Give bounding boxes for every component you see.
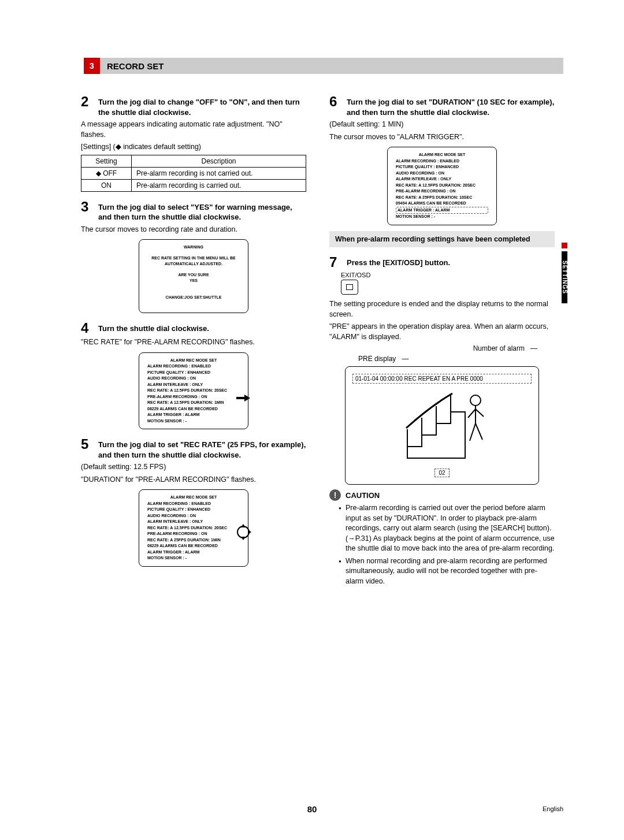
osd-line: REC RATE: A 12.5FPS DURATION: 1MIN (147, 400, 240, 406)
osd-line: MOTION SENSOR : - (147, 418, 240, 425)
osd-line: ALARM TRIGGER : ALARM (147, 412, 240, 418)
osd-line: 08229 ALARMS CAN BE RECORDED (147, 406, 240, 412)
osd-line: REC RATE: A 25FPS DURATION: 1MIN (147, 537, 240, 544)
step-6-body: The cursor moves to "ALARM TRIGGER". (329, 132, 555, 143)
osd-line: ALARM RECORDING : ENABLED (147, 363, 240, 370)
osd-line: ALARM REC MODE SET (396, 152, 488, 158)
svg-point-0 (237, 526, 249, 538)
section-number: 3 (84, 58, 100, 74)
step-4: 4 Turn the shuttle dial clockwise. (81, 321, 306, 335)
osd-line: PICTURE QUALITY : ENHANCED (147, 507, 240, 513)
step-2: 2 Turn the jog dial to change "OFF" to "… (81, 95, 306, 117)
page-number: 80 (0, 804, 624, 814)
osd-line: REC RATE: A 12.5FPS DURATION: 20SEC (147, 388, 240, 394)
table-header-setting: Setting (81, 155, 132, 167)
alarm-count: 02 (434, 469, 449, 477)
number-of-alarm-label: Number of alarm (473, 344, 525, 352)
step-title: Turn the jog dial to set "DURATION" (10 … (347, 95, 555, 117)
step-2-body: A message appears indicating automatic r… (81, 120, 306, 140)
osd-line: MOTION SENSOR : - (396, 214, 488, 220)
step-6: 6 Turn the jog dial to set "DURATION" (1… (329, 95, 555, 117)
caution-item: Pre-alarm recording is carried out over … (339, 503, 555, 554)
osd-line: ALARM RECORDING : ENABLED (396, 158, 488, 165)
step-3: 3 Turn the jog dial to select "YES" for … (81, 200, 306, 222)
step-number: 6 (329, 95, 341, 117)
step-6-default: (Default setting: 1 MIN) (329, 120, 555, 130)
step-7-body-2: "PRE" appears in the operation display a… (329, 322, 555, 342)
osd-line: REC RATE SETTING IN THE MENU WILL BE (147, 255, 240, 262)
osd-line: CHANGE:JOG SET:SHUTTLE (147, 295, 240, 301)
table-cell: Pre-alarm recording is not carried out. (132, 167, 306, 179)
osd-line: ALARM REC MODE SET (147, 495, 240, 501)
osd-line: MOTION SENSOR : - (147, 555, 240, 562)
osd-line: PICTURE QUALITY : ENHANCED (396, 164, 488, 170)
section-title: RECORD SET (107, 61, 164, 71)
osd-line: AUTOMATICALLY ADJUSTED. (147, 261, 240, 267)
exit-osd-label: EXIT/OSD (341, 272, 555, 278)
step-5-body: "DURATION" for "PRE-ALARM RECORDING" fla… (81, 475, 306, 485)
language-label: English (543, 805, 563, 812)
step-number: 2 (81, 95, 92, 117)
exit-osd-button-icon (341, 280, 358, 295)
osd-line: REC RATE: A 12.5FPS DURATION: 20SEC (396, 183, 488, 189)
monitor-labels: Number of alarm — (329, 344, 555, 352)
step-7: 7 Press the [EXIT/OSD] button. (329, 255, 555, 269)
caution-list: Pre-alarm recording is carried out over … (329, 503, 555, 586)
osd-line: WARNING (147, 244, 240, 251)
osd-line: AUDIO RECORDING : ON (147, 376, 240, 382)
svg-point-5 (470, 395, 481, 406)
osd-line: ALARM REC MODE SET (147, 358, 240, 364)
osd-alarm-box: ALARM REC MODE SET ALARM RECORDING : ENA… (139, 489, 248, 567)
caution-heading: ! CAUTION (329, 489, 555, 501)
step-5: 5 Turn the jog dial to set "REC RATE" (2… (81, 437, 306, 460)
step-title: Turn the shuttle dial clockwise. (98, 321, 209, 335)
step-number: 7 (329, 255, 341, 269)
table-cell: Pre-alarm recording is carried out. (132, 179, 306, 191)
osd-line: ALARM INTERLEAVE : ONLY (396, 176, 488, 183)
osd-line: ARE YOU SURE (147, 272, 240, 278)
step-number: 3 (81, 200, 92, 222)
osd-warning-box: WARNING REC RATE SETTING IN THE MENU WIL… (139, 239, 248, 313)
settings-table: Setting Description ◆ OFF Pre-alarm reco… (81, 155, 306, 192)
caution-item: When normal recording and pre-alarm reco… (339, 556, 555, 587)
pre-display-label: PRE display (358, 355, 396, 363)
osd-line: PICTURE QUALITY : ENHANCED (147, 370, 240, 376)
step-title: Press the [EXIT/OSD] button. (347, 255, 450, 269)
section-header: 3 RECORD SET (84, 58, 563, 74)
step-3-body: The cursor moves to recording rate and d… (81, 225, 306, 235)
step-number: 5 (81, 437, 92, 460)
hand-pointer-icon (235, 390, 251, 404)
table-cell: ◆ OFF (81, 167, 132, 179)
osd-line: ALARM TRIGGER : ALARM (147, 549, 240, 556)
osd-alarm-box: ALARM REC MODE SET ALARM RECORDING : ENA… (387, 147, 497, 225)
osd-line: 09494 ALARMS CAN BE RECORDED (396, 200, 488, 207)
osd-line: PRE-ALARM RECORDING : ON (396, 188, 488, 195)
osd-line: ALARM INTERLEAVE : ONLY (147, 519, 240, 525)
osd-line: 08229 ALARMS CAN BE RECORDED (147, 543, 240, 549)
step-number: 4 (81, 321, 92, 335)
step-title: Turn the jog dial to set "REC RATE" (25 … (98, 437, 306, 460)
settings-note: [Settings] (◆ indicates default setting) (81, 142, 306, 153)
osd-line: AUDIO RECORDING : ON (396, 170, 488, 177)
osd-line: YES (147, 278, 240, 284)
caution-icon: ! (329, 489, 341, 501)
monitor-status-line: 01-01-04 00:00:00 REC REPEAT EN A PRE 00… (352, 374, 532, 384)
step-4-body: "REC RATE" for "PRE-ALARM RECORDING" fla… (81, 337, 306, 348)
osd-line: PRE-ALARM RECORDING : ON (147, 531, 240, 537)
dial-icon (233, 522, 254, 542)
osd-line-highlighted: ALARM TRIGGER : ALARM (396, 207, 488, 214)
osd-line: ALARM RECORDING : ENABLED (147, 501, 240, 507)
monitor-illustration (352, 387, 532, 465)
caution-title: CAUTION (346, 491, 380, 500)
osd-line: ALARM INTERLEAVE : ONLY (147, 382, 240, 388)
osd-line: REC RATE: A 12.5FPS DURATION: 20SEC (147, 525, 240, 531)
step-title: Turn the jog dial to change "OFF" to "ON… (98, 95, 306, 117)
osd-alarm-box: ALARM REC MODE SET ALARM RECORDING : ENA… (139, 352, 248, 430)
monitor-labels: PRE display — (329, 355, 555, 363)
monitor-figure: 01-01-04 00:00:00 REC REPEAT EN A PRE 00… (345, 366, 539, 485)
step-title: Turn the jog dial to select "YES" for wa… (98, 200, 306, 222)
osd-line: PRE-ALARM RECORDING : ON (147, 394, 240, 400)
step-7-body-1: The setting procedure is ended and the d… (329, 299, 555, 319)
step-5-default: (Default setting: 12.5 FPS) (81, 462, 306, 473)
osd-line: AUDIO RECORDING : ON (147, 513, 240, 519)
